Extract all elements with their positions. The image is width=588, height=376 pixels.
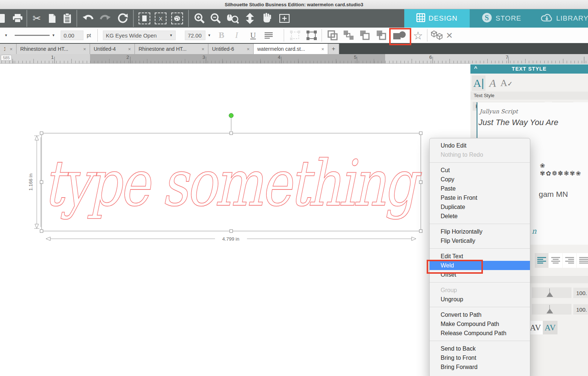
document-tab[interactable]: Untitled-6× (208, 44, 254, 54)
drag-zoom-icon[interactable] (224, 9, 241, 28)
document-tab-label: Rhinestone and HT... (139, 46, 197, 52)
cut-icon[interactable]: ✂ (29, 9, 44, 28)
open-document-icon[interactable] (0, 9, 7, 28)
pan-hand-icon[interactable] (259, 9, 275, 28)
document-tab-label: Rhinestone and HT... (20, 46, 79, 52)
available-fonts-tab-icon[interactable]: A✓ (500, 75, 513, 91)
line-style-caret-icon[interactable]: ▼ (2, 28, 8, 43)
align-justify-button[interactable] (577, 253, 588, 268)
send-backward-button[interactable] (376, 28, 387, 43)
line-style-dropdown[interactable]: ▼ (15, 28, 55, 43)
window-title: Silhouette Studio Business Edition: wate… (225, 2, 363, 7)
underline-button[interactable]: U (250, 28, 256, 43)
zoom-in-icon[interactable] (192, 9, 207, 28)
document-tab[interactable]: Rhinestone and HT...× (135, 44, 208, 54)
font-preview-partial[interactable]: gam MN (539, 190, 568, 199)
rotation-handle[interactable] (229, 113, 233, 118)
secondary-toolbar: ▼ ▼ 0.00 pt KG Eyes Wide Open▼ 72.00▼ B … (0, 28, 588, 44)
bold-button[interactable]: B (219, 28, 224, 43)
menu-item-delete[interactable]: Delete (430, 212, 530, 221)
font-size-dropdown[interactable]: 72.00▼ (185, 28, 211, 43)
menu-item-flip-horizontally[interactable]: Flip Horizontally (430, 227, 530, 236)
line-spacing-value[interactable]: 100. (573, 304, 588, 315)
align-center-button[interactable] (549, 253, 562, 268)
menu-item-flip-vertically[interactable]: Flip Vertically (430, 236, 530, 245)
paste-in-place-icon[interactable] (137, 9, 152, 28)
character-spacing-slider[interactable] (532, 287, 571, 298)
menu-separator (430, 162, 530, 163)
print-icon[interactable] (10, 9, 25, 28)
menu-item-bring-to-front[interactable]: Bring to Front (430, 353, 530, 362)
document-tab[interactable]: Rhinestone and HT...× (17, 44, 90, 54)
menu-item-undo-edit[interactable]: Undo Edit (430, 141, 530, 150)
menu-item-convert-to-path[interactable]: Convert to Path (430, 310, 530, 319)
menu-separator (430, 307, 530, 307)
italic-button[interactable]: I (235, 28, 238, 43)
paste-style-icon[interactable] (169, 9, 185, 28)
tab-close-icon[interactable]: × (247, 46, 250, 52)
font-preview-dingbats[interactable]: ❀ ✾✿❁✽❃✾❀ (540, 162, 588, 177)
zoom-out-icon[interactable] (208, 9, 223, 28)
ungroup-button[interactable] (343, 28, 355, 43)
close-panel-x-button[interactable]: × (446, 28, 453, 43)
bring-forward-button[interactable] (359, 28, 370, 43)
tab-close-icon[interactable]: × (321, 46, 324, 52)
menu-item-ungroup[interactable]: Ungroup (430, 295, 530, 304)
clear-transform-icon[interactable]: X (153, 9, 168, 28)
fit-to-window-icon[interactable] (242, 9, 258, 28)
menu-item-make-compound-path[interactable]: Make Compound Path (430, 319, 530, 329)
ruler-number: 3 (202, 54, 205, 60)
trace-cubes-button[interactable] (431, 28, 444, 43)
ruler-number: 2 (126, 54, 129, 60)
zoom-selection-icon[interactable] (276, 9, 293, 28)
menu-item-paste[interactable]: Paste (430, 184, 530, 193)
offset-star-button[interactable]: ☆ (413, 28, 423, 43)
font-preview-jullyun[interactable]: Jullyun Script (480, 108, 518, 115)
stroke-width-input[interactable]: 0.00 (61, 28, 83, 43)
menu-item-duplicate[interactable]: Duplicate (430, 202, 530, 212)
group-button[interactable] (327, 28, 338, 43)
line-spacing-slider[interactable] (532, 304, 571, 315)
panel-header[interactable]: ^ TEXT STYLE (470, 64, 588, 74)
glyphs-tab-icon[interactable]: A (486, 75, 499, 91)
tab-close-icon[interactable]: × (83, 46, 86, 52)
menu-item-cut[interactable]: Cut (430, 166, 530, 175)
tab-close-icon[interactable]: × (10, 46, 12, 52)
redo-icon[interactable] (97, 9, 113, 28)
tab-library[interactable]: LIBRARY (534, 9, 588, 28)
tab-close-icon[interactable]: × (201, 46, 204, 52)
document-tab[interactable]: watermelon card.st...× (254, 44, 328, 54)
align-left-button[interactable] (535, 253, 548, 268)
justify-button[interactable] (265, 28, 273, 43)
redo-all-icon[interactable] (115, 9, 131, 28)
copy-icon[interactable] (45, 9, 60, 28)
svg-text:S: S (485, 14, 489, 22)
menu-item-release-compound-path[interactable]: Release Compound Path (430, 329, 530, 338)
font-family-dropdown[interactable]: KG Eyes Wide Open▼ (103, 28, 176, 43)
annotation-box-weld-menu (427, 260, 483, 274)
align-right-button[interactable] (563, 253, 576, 268)
tab-design[interactable]: DESIGN (404, 9, 470, 28)
document-tab[interactable]: 1× (0, 44, 17, 54)
canvas-text-object[interactable]: type something (43, 146, 422, 220)
font-preview-partial-teal[interactable]: n (532, 227, 537, 235)
menu-item-bring-forward[interactable]: Bring Forward (430, 362, 530, 372)
menu-item-send-to-back[interactable]: Send to Back (430, 344, 530, 353)
rotate-handles-icon (290, 28, 301, 43)
scale-handles-icon[interactable] (306, 28, 317, 43)
tab-store[interactable]: S STORE (470, 9, 534, 28)
menu-item-copy[interactable]: Copy (430, 175, 530, 184)
kerning-off-button[interactable]: AV (528, 321, 543, 334)
horizontal-ruler: 585 1234567 (0, 54, 588, 64)
text-style-tab-icon[interactable]: A| (472, 75, 485, 91)
title-bar: Silhouette Studio Business Edition: wate… (0, 0, 588, 9)
new-tab-button[interactable]: + (328, 44, 339, 54)
tab-close-icon[interactable]: × (128, 46, 131, 52)
paste-icon[interactable] (60, 9, 75, 28)
font-preview-handwriting[interactable]: Just The Way You Are (478, 118, 558, 127)
undo-icon[interactable] (80, 9, 96, 28)
document-tab[interactable]: Untitled-4× (90, 44, 135, 54)
kerning-on-button[interactable]: AV (543, 321, 557, 334)
character-spacing-value[interactable]: 100. (573, 288, 588, 298)
menu-item-paste-in-front[interactable]: Paste in Front (430, 193, 530, 202)
